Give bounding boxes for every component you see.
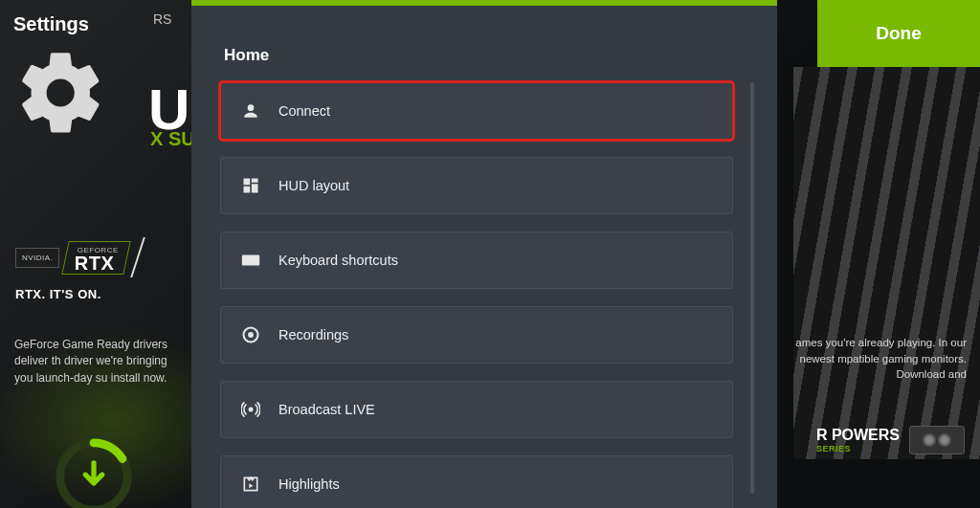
- gpu-mini-icon: [909, 426, 965, 454]
- menu-item-recordings[interactable]: Recordings: [220, 306, 733, 364]
- menu-item-label: HUD layout: [278, 178, 349, 193]
- overlay-settings-panel: Home Connect HUD layout Keyboard shortcu…: [191, 0, 777, 508]
- rtx-big-label: RTX: [75, 254, 116, 272]
- broadcast-icon: [240, 399, 261, 420]
- done-button[interactable]: Done: [817, 0, 980, 67]
- menu-item-hud-layout[interactable]: HUD layout: [220, 157, 733, 214]
- menu-item-label: Keyboard shortcuts: [278, 253, 398, 268]
- right-description: ames you're already playing. In our newe…: [780, 335, 967, 383]
- panel-title: Home: [224, 46, 760, 65]
- nvidia-brand-chip: NVIDIA.: [15, 248, 59, 268]
- right-series-badge: R POWERS SERIES: [816, 426, 965, 454]
- svg-point-3: [249, 408, 254, 412]
- rtx-badge: NVIDIA. GEFORCE RTX: [15, 237, 139, 277]
- keyboard-icon: [240, 250, 261, 271]
- rtx-tagline: RTX. IT'S ON.: [15, 287, 101, 301]
- left-description: GeForce Game Ready drivers deliver th dr…: [14, 337, 187, 387]
- settings-title: Settings: [13, 13, 178, 35]
- highlights-icon: [240, 474, 261, 495]
- menu-item-label: Recordings: [278, 327, 348, 342]
- grid-icon: [240, 175, 261, 196]
- svg-point-2: [248, 332, 254, 338]
- download-ring-icon: [52, 434, 136, 508]
- menu-item-highlights[interactable]: Highlights: [220, 455, 733, 508]
- menu-item-connect[interactable]: Connect: [220, 82, 733, 140]
- record-icon: [240, 324, 261, 345]
- menu-item-keyboard-shortcuts[interactable]: Keyboard shortcuts: [220, 232, 733, 289]
- right-badge-line2: SERIES: [816, 444, 900, 453]
- right-badge-line1: R POWERS: [816, 427, 900, 444]
- menu-item-label: Highlights: [278, 476, 340, 492]
- person-icon: [240, 100, 261, 121]
- menu-item-broadcast-live[interactable]: Broadcast LIVE: [220, 381, 733, 438]
- right-background-stripes: [793, 67, 980, 459]
- menu-item-label: Connect: [278, 103, 330, 119]
- scrollbar[interactable]: [750, 82, 754, 494]
- gear-icon: [13, 45, 178, 141]
- menu-item-label: Broadcast LIVE: [278, 402, 375, 417]
